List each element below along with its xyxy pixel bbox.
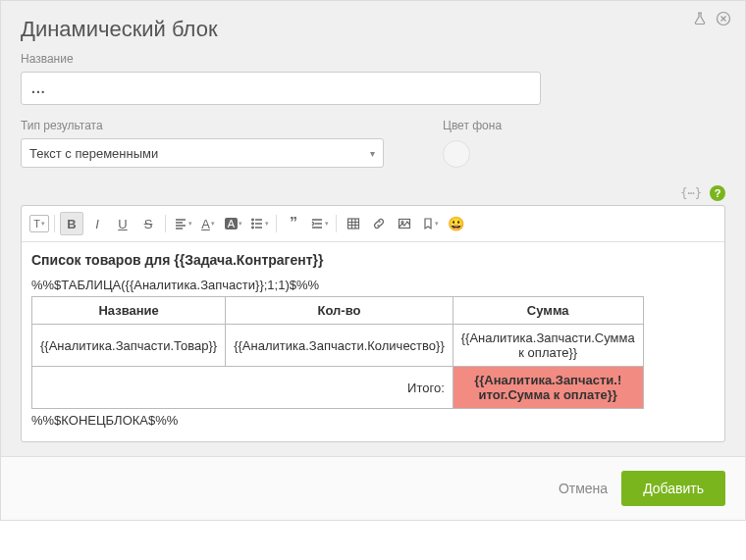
table-header-row: Название Кол-во Сумма — [32, 297, 644, 325]
table-total-label: Итого: — [32, 367, 453, 409]
svg-rect-5 — [400, 220, 410, 229]
bold-button[interactable]: B — [60, 212, 83, 235]
table-header: Название — [32, 297, 226, 325]
dialog: Динамический блок Название Тип результат… — [0, 0, 746, 521]
strikethrough-button[interactable]: S — [136, 212, 160, 235]
editor-meta-icons: {⋯} ? — [1, 178, 745, 205]
bookmark-button[interactable] — [418, 212, 442, 235]
form-section: Название Тип результата Текст с переменн… — [1, 52, 745, 178]
text-format-button[interactable]: T — [29, 215, 49, 232]
svg-point-1 — [251, 219, 253, 221]
name-input[interactable] — [21, 72, 541, 105]
dialog-title: Динамический блок — [21, 17, 725, 42]
result-type-label: Тип результата — [21, 119, 384, 132]
cancel-button[interactable]: Отмена — [559, 481, 608, 496]
table-row: {{Аналитика.Запчасти.Товар}} {{Аналитика… — [32, 325, 644, 367]
bgcolor-swatch[interactable] — [443, 140, 470, 168]
text-color-button[interactable]: A — [196, 212, 220, 235]
link-button[interactable] — [367, 212, 391, 235]
table-header: Сумма — [453, 297, 643, 325]
quote-button[interactable]: ” — [282, 212, 305, 235]
list-button[interactable] — [247, 212, 271, 235]
align-button[interactable] — [171, 212, 194, 235]
submit-button[interactable]: Добавить — [621, 471, 725, 506]
table-cell: {{Аналитика.Запчасти.Количество}} — [226, 325, 453, 367]
editor-content[interactable]: Список товаров для {{Задача.Контрагент}}… — [22, 242, 724, 441]
close-icon[interactable] — [716, 11, 731, 29]
content-heading: Список товаров для {{Задача.Контрагент}} — [31, 252, 715, 268]
content-line-before: %%$ТАБЛИЦА({{Аналитика.Запчасти}};1;1)$%… — [31, 278, 715, 292]
indent-button[interactable] — [307, 212, 331, 235]
svg-point-2 — [251, 223, 253, 225]
name-label: Название — [21, 52, 725, 66]
svg-rect-4 — [348, 219, 359, 229]
help-icon[interactable]: ? — [710, 185, 725, 201]
rich-editor: T B I U S A A ” — [21, 205, 725, 442]
result-type-value: Текст с переменными — [29, 146, 158, 161]
dialog-footer: Отмена Добавить — [1, 456, 745, 520]
emoji-button[interactable]: 😀 — [444, 212, 467, 235]
bgcolor-label: Цвет фона — [443, 119, 502, 132]
italic-button[interactable]: I — [85, 212, 109, 235]
header-actions — [692, 11, 731, 29]
code-brackets-icon[interactable]: {⋯} — [680, 186, 702, 200]
bg-color-button[interactable]: A — [222, 212, 245, 235]
table-total-value: {{Аналитика.Запчасти.!итог.Сумма к оплат… — [453, 367, 643, 409]
content-table: Название Кол-во Сумма {{Аналитика.Запчас… — [31, 296, 644, 409]
dialog-header: Динамический блок — [1, 1, 745, 52]
flask-icon[interactable] — [692, 11, 708, 29]
table-button[interactable] — [342, 212, 365, 235]
image-button[interactable] — [393, 212, 416, 235]
content-line-after: %%$КОНЕЦБЛОКА$%% — [31, 413, 715, 428]
result-type-select[interactable]: Текст с переменными — [21, 138, 384, 168]
table-cell: {{Аналитика.Запчасти.Сумма к оплате}} — [453, 325, 643, 367]
editor-toolbar: T B I U S A A ” — [22, 206, 724, 242]
table-cell: {{Аналитика.Запчасти.Товар}} — [32, 325, 226, 367]
table-total-row: Итого: {{Аналитика.Запчасти.!итог.Сумма … — [32, 367, 644, 409]
underline-button[interactable]: U — [111, 212, 134, 235]
table-header: Кол-во — [226, 297, 453, 325]
svg-point-3 — [251, 227, 253, 229]
